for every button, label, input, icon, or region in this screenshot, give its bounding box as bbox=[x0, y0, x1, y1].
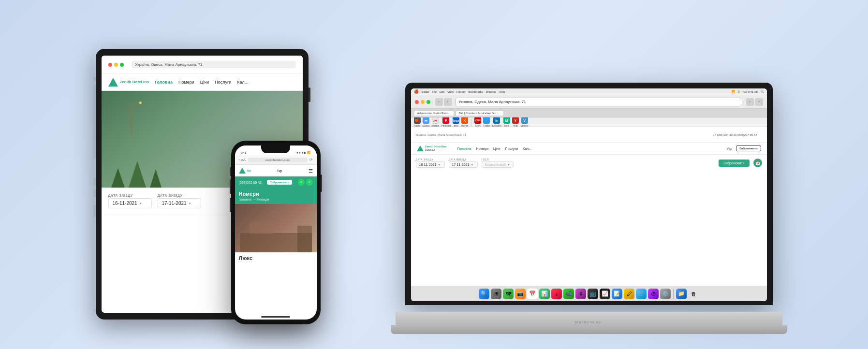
safari-share-icon[interactable]: ↑ bbox=[746, 98, 754, 106]
dock-pages[interactable]: 📝 bbox=[612, 289, 622, 299]
mac-checkin-label: ДАТА ЗАЇЗДУ bbox=[416, 158, 445, 161]
safari-url-bar[interactable]: Україна, Одеса, Мала Арнаутська, 71 bbox=[456, 98, 742, 106]
bookmark-pinterest[interactable]: P Pinterest bbox=[441, 117, 451, 127]
bookmarks-menu[interactable]: Bookmarks bbox=[469, 90, 483, 93]
ipad-power-button[interactable] bbox=[309, 87, 310, 102]
dock-siri[interactable]: ⏱ bbox=[648, 289, 659, 299]
mac-nav-home[interactable]: Головна bbox=[457, 147, 471, 150]
ipad-checkout-value[interactable]: 17-11-2021 ▼ bbox=[158, 198, 201, 208]
iphone-phone-number[interactable]: (093)002 60 42 bbox=[239, 181, 262, 184]
safari-back-button[interactable]: ‹ bbox=[435, 98, 443, 106]
bookmark-jet[interactable]: jet JetBlue bbox=[431, 117, 440, 127]
dock-keynote[interactable]: 🖊 bbox=[624, 289, 634, 299]
bookmark-kayak[interactable]: K Kayak bbox=[461, 117, 468, 127]
bookmark-venmo[interactable]: V Venmo bbox=[521, 117, 529, 127]
ipad-checkin-field: ДАТА ЗАЇЗДУ 16-11-2021 ▼ bbox=[108, 194, 152, 208]
help-menu[interactable]: Help bbox=[499, 90, 505, 93]
dock-trash[interactable]: 🗑 bbox=[688, 289, 699, 299]
iphone-volume-up-button[interactable] bbox=[230, 179, 231, 194]
ipad-nav-home[interactable]: Головна bbox=[155, 80, 173, 85]
apple-menu-icon[interactable]: 🍎 bbox=[414, 89, 419, 94]
iphone-book-button[interactable]: Забронювати bbox=[267, 180, 292, 185]
dock-calendar[interactable]: 📅 bbox=[527, 289, 538, 299]
mac-checkin-value[interactable]: 16-11-2021 ▼ bbox=[416, 161, 445, 168]
iphone-home-bar[interactable] bbox=[261, 316, 290, 318]
bookmark-linkedin[interactable]: in LinkedIn bbox=[492, 117, 501, 127]
mac-book-button[interactable]: Забронювати bbox=[736, 145, 761, 151]
bookmark-yelp[interactable]: Y Yelp bbox=[512, 117, 519, 127]
history-menu[interactable]: History bbox=[456, 90, 466, 93]
iphone-language[interactable]: Укр bbox=[277, 169, 282, 173]
dock-appstore[interactable]: 🛒 bbox=[636, 289, 647, 299]
mac-nav-lang[interactable]: Укр bbox=[727, 147, 732, 150]
mac-book-now-button[interactable]: Забронювати bbox=[719, 160, 750, 167]
dock-maps[interactable]: 🗺 bbox=[503, 289, 514, 299]
maximize-dot[interactable] bbox=[120, 63, 124, 67]
ipad-nav-rooms[interactable]: Номери bbox=[178, 80, 194, 85]
mac-guests-value[interactable]: Кількість осіб ▼ bbox=[482, 161, 514, 168]
bookmark-cnn[interactable]: CNN CNN bbox=[474, 117, 481, 127]
logo-triangle-icon bbox=[108, 78, 118, 87]
bookmark-twitter[interactable]: 🐦 Twitter bbox=[483, 117, 490, 127]
macbook-frame: 🍎 Safari File Edit View History Bookmark… bbox=[405, 83, 773, 305]
mac-checkout-value[interactable]: 17-11-2021 ▼ bbox=[449, 161, 478, 168]
mac-maximize-dot[interactable] bbox=[427, 100, 430, 104]
mac-minimize-dot[interactable] bbox=[421, 100, 425, 104]
mac-checkin-field: ДАТА ЗАЇЗДУ 16-11-2021 ▼ bbox=[416, 158, 445, 168]
mac-calendar-icon[interactable]: 📅 bbox=[753, 159, 762, 167]
mint-bookmark-icon: M bbox=[503, 117, 510, 124]
dock-facetime[interactable]: 📹 bbox=[563, 289, 574, 299]
minimize-dot[interactable] bbox=[114, 63, 118, 67]
kayak-bookmark-icon: K bbox=[461, 117, 468, 124]
file-menu[interactable]: File bbox=[432, 90, 437, 93]
bookmark-mint[interactable]: M Mint bbox=[503, 117, 510, 127]
safari-new-tab-icon[interactable]: + bbox=[755, 98, 763, 106]
safari-tab-2[interactable]: Tali | Premium Australian Outdoor... bbox=[456, 110, 504, 116]
ipad-nav-prices[interactable]: Ціни bbox=[200, 80, 209, 85]
dock-photos[interactable]: 📷 bbox=[515, 289, 526, 299]
bookmark-apple[interactable]: 🍎 Apple bbox=[414, 117, 421, 127]
ipad-nav-services[interactable]: Послуги bbox=[215, 80, 231, 85]
dock-systemprefs[interactable]: ⚙️ bbox=[660, 289, 671, 299]
iphone-menu-icon[interactable]: ☰ bbox=[309, 168, 313, 174]
window-menu[interactable]: Window bbox=[486, 90, 496, 93]
ipad-checkin-value[interactable]: 16-11-2021 ▼ bbox=[108, 198, 152, 208]
dock-finder[interactable]: 🔍 bbox=[479, 289, 489, 299]
ipad-url-bar[interactable]: Україна, Одеса, Мала Арнаутська, 71 bbox=[132, 61, 296, 68]
edit-menu[interactable]: Edit bbox=[440, 90, 444, 93]
close-dot[interactable] bbox=[108, 63, 112, 67]
mac-nav-cal[interactable]: Кал... bbox=[523, 147, 531, 150]
dock-stocks[interactable]: 📈 bbox=[600, 289, 610, 299]
iphone-power-button[interactable] bbox=[321, 174, 322, 192]
dock-finder-folder[interactable]: 📁 bbox=[676, 289, 687, 299]
dock-tvapp[interactable]: 📺 bbox=[588, 289, 598, 299]
mac-close-dot[interactable] bbox=[415, 100, 419, 104]
bookmark-box[interactable]: box Box bbox=[453, 117, 459, 127]
iphone-back-btn[interactable]: ‹ aA bbox=[239, 158, 246, 162]
dock-music[interactable]: ♪ bbox=[551, 289, 562, 299]
search-icon[interactable]: 🔍 bbox=[761, 90, 764, 93]
mac-nav-right: Укр Забронювати bbox=[727, 145, 761, 151]
safari-tab-1[interactable]: Adventures, Retiro/Festi... bbox=[414, 110, 454, 116]
mac-nav-rooms[interactable]: Номери bbox=[476, 147, 488, 150]
dock-podcasts[interactable]: 🎙 bbox=[575, 289, 586, 299]
whatsapp-icon-2[interactable]: ✓ bbox=[306, 179, 313, 186]
dock-numbers[interactable]: 📊 bbox=[539, 289, 550, 299]
iphone-whatsapp-icons: ✓ ✓ bbox=[298, 179, 313, 186]
view-menu[interactable]: View bbox=[447, 90, 454, 93]
safari-forward-button[interactable]: › bbox=[444, 98, 452, 106]
safari-menu[interactable]: Safari bbox=[422, 90, 429, 93]
dock-launchpad[interactable]: ⊞ bbox=[491, 289, 501, 299]
iphone-refresh-icon[interactable]: ⟳ bbox=[309, 158, 313, 162]
bookmark-icloud[interactable]: ☁ iCloud bbox=[423, 117, 429, 127]
iphone-volume-down-button[interactable] bbox=[230, 198, 231, 212]
mac-nav-services[interactable]: Послуги bbox=[505, 147, 518, 150]
ipad-nav-cal[interactable]: Кал... bbox=[237, 80, 248, 85]
whatsapp-icon-1[interactable]: ✓ bbox=[298, 179, 305, 186]
mac-address-bar-display: Україна, Одеса, Мала Арнаутська, 71 bbox=[416, 133, 709, 136]
iphone-mute-button[interactable] bbox=[230, 167, 231, 176]
iphone-url-bar[interactable]: zenithhotelinn.com bbox=[248, 158, 307, 162]
ipad-checkout-label: ДАТА ВИЇЗДУ bbox=[158, 194, 201, 197]
mac-nav-prices[interactable]: Ціни bbox=[493, 147, 500, 150]
checkout-chevron-icon: ▼ bbox=[189, 202, 191, 205]
